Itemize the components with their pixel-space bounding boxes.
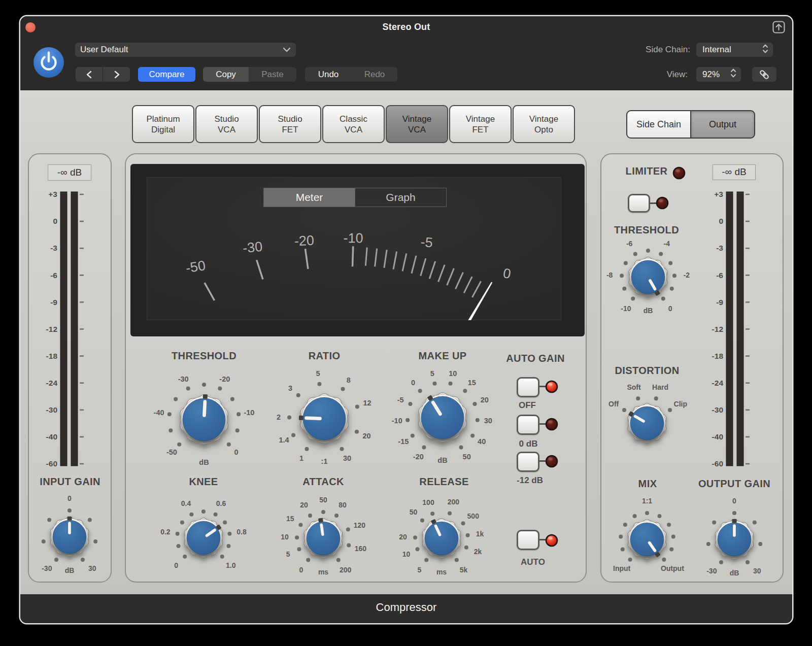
svg-text:15: 15 — [468, 379, 476, 387]
previous-preset-button[interactable] — [76, 67, 103, 82]
tab-studio-vca[interactable]: StudioVCA — [195, 105, 258, 143]
tab-label-line: Studio — [214, 114, 239, 124]
svg-text:30: 30 — [753, 567, 761, 575]
svg-text:dB: dB — [199, 458, 209, 466]
svg-text:Clip: Clip — [674, 400, 687, 408]
side-chain-dropdown[interactable]: Internal — [696, 43, 773, 57]
toggle-option-output[interactable]: Output — [690, 111, 754, 138]
circuit-type-tabs: PlatinumDigitalStudioVCAStudioFETClassic… — [132, 105, 576, 143]
view-zoom-stepper[interactable]: 92% — [696, 67, 741, 82]
svg-text:Soft: Soft — [627, 383, 641, 391]
auto-gain--12db-led — [545, 455, 558, 468]
next-preset-button[interactable] — [103, 67, 130, 82]
compare-button[interactable]: Compare — [138, 67, 195, 82]
svg-text:-60: -60 — [46, 459, 57, 468]
tab-label-line: VCA — [218, 124, 235, 135]
led-icon-off — [545, 418, 558, 431]
toggle-option-side-chain[interactable]: Side Chain — [627, 111, 690, 138]
svg-text:5k: 5k — [460, 566, 468, 574]
svg-text:12: 12 — [363, 399, 371, 407]
svg-text:Input: Input — [613, 564, 631, 572]
auto-release-led — [545, 534, 558, 547]
chevron-up-down-icon — [762, 43, 769, 54]
svg-text:-30: -30 — [712, 405, 723, 414]
svg-text:-6: -6 — [50, 271, 57, 280]
svg-text:-12: -12 — [712, 325, 723, 333]
tab-label-line: Digital — [151, 124, 175, 135]
svg-text:40: 40 — [478, 437, 486, 446]
meter-graph-toggle: MeterGraph — [263, 188, 447, 207]
paste-button[interactable]: Paste — [249, 67, 296, 82]
svg-text:-18: -18 — [712, 352, 724, 360]
tab-label-line: Studio — [278, 114, 302, 124]
auto-release-button[interactable] — [517, 530, 539, 550]
svg-text:-20: -20 — [294, 233, 314, 249]
limiter-toggle-button[interactable] — [628, 194, 650, 213]
open-in-window-arrow-icon — [772, 21, 785, 33]
plugin-header: Stereo Out User Default Compare Copy Pas… — [20, 16, 792, 90]
open-in-window-icon[interactable] — [772, 21, 785, 33]
svg-text:-30: -30 — [178, 375, 189, 383]
svg-text:-60: -60 — [712, 459, 723, 468]
tab-label-line: Vintage — [466, 114, 495, 124]
svg-text:-9: -9 — [716, 298, 723, 307]
chevron-right-icon — [113, 70, 121, 79]
preset-dropdown[interactable]: User Default — [75, 43, 296, 57]
redo-button[interactable]: Redo — [352, 67, 397, 82]
svg-text:160: 160 — [355, 545, 367, 553]
svg-text:0: 0 — [411, 379, 415, 387]
knob-graphic: -10-8-6-4-20dB — [594, 223, 702, 331]
auto-gain-option-label: OFF — [519, 400, 536, 411]
svg-text:-10: -10 — [344, 230, 363, 246]
link-button[interactable] — [752, 67, 776, 82]
svg-text:-40: -40 — [712, 432, 723, 441]
svg-text:dB: dB — [644, 307, 653, 315]
updown-chevrons-icon — [730, 67, 737, 81]
svg-text:ms: ms — [436, 568, 447, 576]
svg-text:-24: -24 — [46, 379, 58, 387]
svg-text:-8: -8 — [606, 271, 613, 279]
svg-text:50: 50 — [463, 453, 471, 461]
svg-text:dB: dB — [437, 456, 447, 464]
tab-label-line: FET — [282, 124, 298, 135]
tab-vintage-fet[interactable]: VintageFET — [449, 105, 512, 143]
svg-text:0: 0 — [67, 494, 72, 502]
svg-text:-40: -40 — [154, 409, 164, 417]
svg-text:-30: -30 — [706, 567, 717, 575]
auto-gain-off-button[interactable] — [517, 377, 539, 397]
led-icon-off — [545, 455, 558, 468]
knob-graphic: 00.20.40.60.81.0 — [150, 484, 257, 592]
vu-toggle-meter[interactable]: Meter — [264, 188, 355, 207]
svg-text:-12: -12 — [46, 325, 57, 333]
copy-button[interactable]: Copy — [203, 67, 249, 82]
tab-studio-fet[interactable]: StudioFET — [259, 105, 321, 143]
tab-classic-vca[interactable]: ClassicVCA — [322, 105, 385, 143]
svg-text:-30: -30 — [46, 405, 57, 414]
undo-button[interactable]: Undo — [305, 67, 352, 82]
svg-text:-15: -15 — [398, 437, 409, 446]
svg-text:5: 5 — [316, 369, 320, 378]
auto-gain-0db-button[interactable] — [517, 415, 539, 435]
vu-toggle-graph[interactable]: Graph — [355, 188, 446, 207]
tab-vintage-vca[interactable]: VintageVCA — [386, 105, 448, 143]
input-level-readout: -∞ dB — [48, 164, 91, 181]
knob-graphic: OffSoftHardClip — [593, 369, 701, 477]
auto-gain--12db-button[interactable] — [517, 452, 539, 472]
svg-text:-10: -10 — [392, 417, 402, 425]
svg-text:-6: -6 — [716, 271, 723, 280]
undo-redo-group: Undo Redo — [305, 67, 397, 82]
svg-text:10: 10 — [281, 533, 289, 541]
preset-nav-group — [76, 67, 130, 82]
tab-label-line: Vintage — [402, 114, 431, 124]
svg-text:0: 0 — [719, 217, 723, 225]
svg-text:-30: -30 — [42, 564, 52, 572]
svg-text:10: 10 — [402, 550, 411, 558]
tab-platinum-digital[interactable]: PlatinumDigital — [132, 105, 194, 143]
chevron-up-down-icon — [730, 67, 737, 79]
svg-text::1: :1 — [321, 457, 328, 465]
power-button[interactable] — [33, 47, 64, 78]
tab-vintage-opto[interactable]: VintageOpto — [513, 105, 575, 143]
svg-text:-2: -2 — [684, 271, 690, 279]
svg-text:5: 5 — [430, 369, 434, 378]
limiter-title: LIMITER — [626, 165, 668, 177]
